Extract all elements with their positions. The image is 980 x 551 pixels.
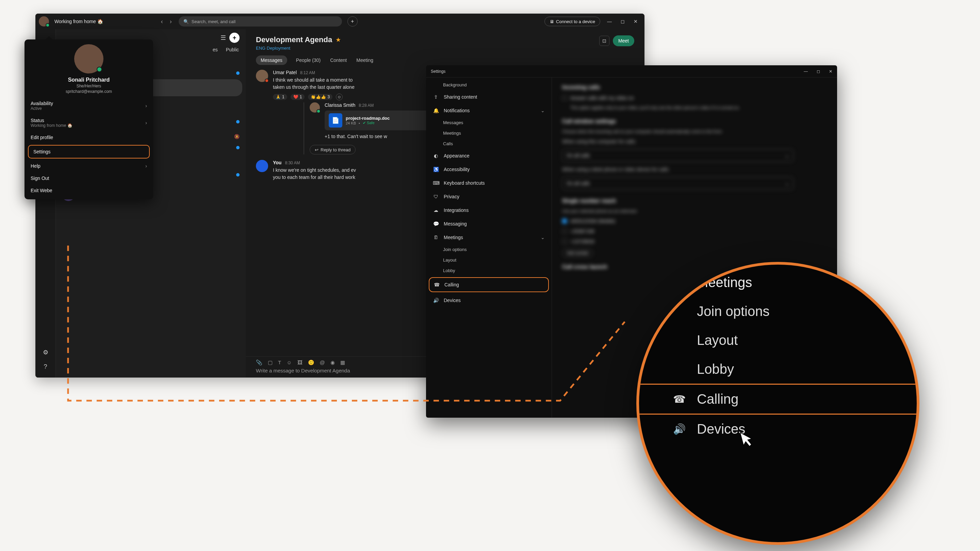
settings-nav-notif-calls[interactable]: Calls [429,138,549,149]
profile-menu-availability[interactable]: AvailabilityActive › [24,97,153,114]
add-number-button[interactable]: Add number [562,249,593,257]
more-icon[interactable]: ▦ [340,359,345,366]
meet-button[interactable]: Meet [613,35,634,46]
settings-nav-sharing[interactable]: ⇪Sharing content [429,90,549,104]
profile-menu-edit[interactable]: Edit profile [24,131,153,143]
reply-thread-button[interactable]: ↩ Reply to thread [310,145,356,154]
settings-nav-messaging[interactable]: 💬Messaging [429,217,549,230]
unread-dot-icon [236,146,240,149]
favorite-star-icon[interactable]: ★ [336,36,341,43]
minimize-icon[interactable]: — [804,69,808,74]
file-doc-icon: 📄 [329,113,342,127]
checkbox-label[interactable]: Answer calls with my video on [570,95,634,101]
settings-nav-layout[interactable]: Layout [429,255,549,265]
bitmoji-icon[interactable]: 🙂 [308,359,314,366]
maximize-icon[interactable]: ◻ [817,69,820,74]
screenshot-icon[interactable]: ▢ [268,359,272,366]
emoji-icon[interactable]: ☺ [286,359,292,366]
settings-nav-calling[interactable]: ☎Calling [429,277,549,292]
record-icon[interactable]: ◉ [331,359,335,366]
phone-icon: ☎ [673,393,687,405]
forward-icon[interactable]: › [170,18,172,25]
profile-name: Sonali Pritchard [24,77,153,83]
add-reaction-button[interactable]: ☺ [336,94,343,100]
space-subtitle[interactable]: ENG Deployment [256,46,341,51]
keyboard-icon: ⌨ [433,180,439,186]
muted-icon: 🔕 [234,134,240,139]
apps-button[interactable]: ⊡ [599,36,609,46]
reaction[interactable]: ❤️1 [291,94,305,100]
back-icon[interactable]: ‹ [161,18,163,25]
settings-nav-notifications[interactable]: 🔔Notifications⌄ [429,104,549,118]
settings-nav: Background ⇪Sharing content 🔔Notificatio… [426,78,552,418]
settings-nav-notif-meetings[interactable]: Meetings [429,128,549,138]
zoom-item-calling[interactable]: ☎Calling [636,384,920,414]
settings-nav-background[interactable]: Background [429,79,549,90]
settings-nav-meetings[interactable]: 🗓Meetings⌄ [429,230,549,244]
tab-messages[interactable]: Messages [256,56,287,65]
profile-menu-signout[interactable]: Sign Out [24,172,153,184]
help-text: Use your selected phone as an extension [562,209,827,214]
message-time: 8:28 AM [359,103,374,108]
tab-spaces[interactable]: es [213,47,218,52]
profile-menu-exit[interactable]: Exit Webe [24,184,153,197]
chevron-right-icon: › [145,163,147,169]
profile-menu-settings[interactable]: Settings [28,145,150,159]
chevron-down-icon: ⌄ [785,181,789,186]
connect-device-button[interactable]: 🖥 Connect to a device [544,17,600,26]
settings-nav-integrations[interactable]: ☁Integrations [429,203,549,217]
tab-public[interactable]: Public [226,47,239,52]
dropdown[interactable]: On all calls⌄ [562,177,794,190]
person-avatar[interactable] [256,70,268,82]
nav-label: Appearance [444,153,469,159]
attach-icon[interactable]: 📎 [256,359,262,366]
person-avatar[interactable] [310,102,320,113]
dropdown[interactable]: On all calls⌄ [562,149,794,162]
nav-label: Sharing content [444,94,477,100]
zoom-item-layout[interactable]: Layout [659,326,910,355]
settings-gear-icon[interactable]: ⚙ [40,346,52,359]
zoom-item-join-options[interactable]: Join options [659,297,910,326]
new-space-button[interactable]: + [229,33,240,43]
zoom-item-lobby[interactable]: Lobby [659,355,910,384]
reaction[interactable]: 🙏1 [273,94,287,100]
profile-menu-help[interactable]: Help› [24,160,153,172]
minimize-icon[interactable]: — [607,19,612,24]
settings-nav-accessibility[interactable]: ♿Accessibility [429,163,549,176]
new-action-button[interactable]: + [347,16,358,27]
checkbox-label[interactable]: +25367189 [570,229,594,234]
profile-avatar[interactable] [74,44,103,73]
settings-nav-join-options[interactable]: Join options [429,244,549,255]
gif-icon[interactable]: 🖼 [298,359,302,366]
meet-button-label: Meet [618,38,629,43]
close-icon[interactable]: ✕ [829,69,832,74]
help-icon[interactable]: ? [40,360,52,373]
privacy-icon: 🛡 [433,194,439,199]
filter-icon[interactable]: ☰ [221,34,226,41]
reaction[interactable]: 👏👍👍3 [308,94,332,100]
checkbox-label[interactable]: 4453122334 (Mobile) [570,218,615,224]
settings-nav-appearance[interactable]: ◐Appearance [429,149,549,163]
settings-nav-keyboard[interactable]: ⌨Keyboard shortcuts [429,176,549,190]
mention-icon[interactable]: @ [320,359,325,366]
close-icon[interactable]: ✕ [633,19,638,24]
settings-nav-lobby[interactable]: Lobby [429,265,549,276]
status-text: Working from home 🏠 [54,19,103,24]
tab-people[interactable]: People (30) [295,56,321,65]
maximize-icon[interactable]: ◻ [620,19,625,24]
zoom-item-devices[interactable]: 🔊Devices [659,414,910,443]
settings-nav-notif-messages[interactable]: Messages [429,118,549,128]
presence-active-icon [97,67,102,72]
settings-nav-devices[interactable]: 🔊Devices [429,294,549,307]
search-input[interactable]: 🔍 Search, meet, and call [179,16,342,27]
format-icon[interactable]: T [278,359,281,366]
profile-menu-status[interactable]: StatusWorking from home 🏠 › [24,114,153,131]
space-header: Development Agenda ★ ENG Deployment ⊡ Me… [246,29,644,53]
avatar[interactable] [39,16,49,27]
tab-meetings[interactable]: Meeting [356,56,374,65]
self-avatar[interactable] [256,160,268,172]
tab-content[interactable]: Content [329,56,347,65]
checkbox-label[interactable]: +13729633 [570,239,594,244]
reaction-count: 3 [327,95,330,99]
settings-nav-privacy[interactable]: 🛡Privacy [429,190,549,203]
